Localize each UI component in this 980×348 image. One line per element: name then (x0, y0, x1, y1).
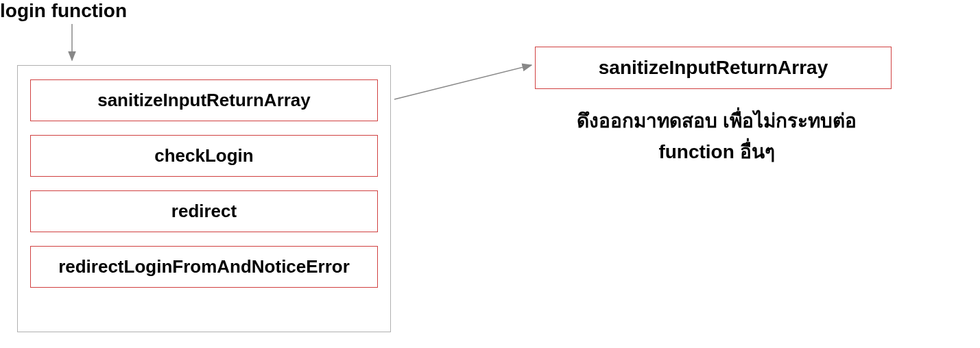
fn-redirect-login-notice: redirectLoginFromAndNoticeError (30, 246, 378, 288)
arrow-fn-to-extracted (394, 65, 531, 99)
diagram-title: login function (0, 0, 127, 22)
login-function-container: sanitizeInputReturnArray checkLogin redi… (17, 65, 391, 332)
fn-redirect: redirect (30, 190, 378, 232)
fn-check-login: checkLogin (30, 135, 378, 177)
extracted-caption: ดึงออกมาทดสอบ เพื่อไม่กระทบต่อ function … (501, 106, 933, 168)
caption-line-2: function อื่นๆ (658, 141, 774, 162)
extracted-function-box: sanitizeInputReturnArray (535, 47, 892, 89)
fn-sanitize-input: sanitizeInputReturnArray (30, 79, 378, 121)
caption-line-1: ดึงออกมาทดสอบ เพื่อไม่กระทบต่อ (577, 110, 857, 132)
